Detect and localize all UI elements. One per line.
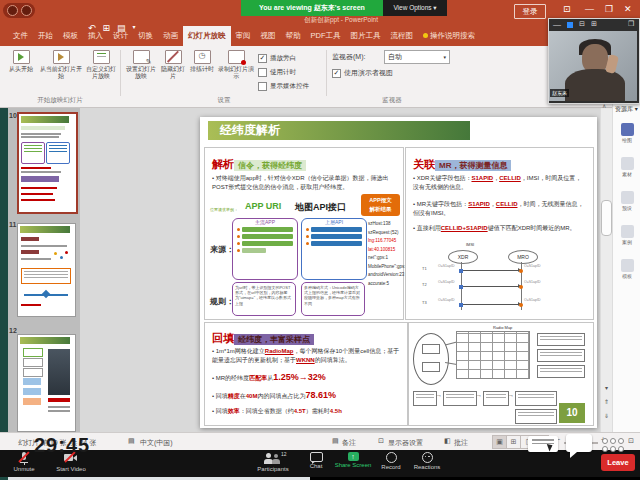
monitor-row: 监视器(M): <box>332 52 365 62</box>
ribbon-display-options-icon[interactable]: ⊡ <box>563 4 571 14</box>
presenter-view-checkbox[interactable]: ✓ 使用演示者视图 <box>332 68 393 78</box>
share-screen-button[interactable]: ↑ Share Screen <box>332 452 374 468</box>
login-button[interactable]: 登录 <box>514 4 546 19</box>
normal-view-button[interactable]: ▣ <box>492 435 507 449</box>
next-slide-icon[interactable]: ⇓ <box>602 412 611 419</box>
tab-design[interactable]: 设计 <box>108 26 133 46</box>
backfill-section[interactable]: 回填经纬度，丰富采样点 1m*1m网格化建立RadioMap，每个网格保存10个… <box>204 322 408 426</box>
scroll-down-icon[interactable]: ▾ <box>602 384 611 391</box>
dot-icon <box>237 228 240 231</box>
reactions-button[interactable]: Reactions <box>408 452 446 470</box>
tab-animations[interactable]: 动画 <box>158 26 183 46</box>
tab-slideshow[interactable]: 幻灯片放映 <box>183 26 231 46</box>
speaker-view-icon[interactable] <box>567 22 573 28</box>
chat-button[interactable]: Chat <box>302 452 330 469</box>
hide-slide-button[interactable]: 隐藏幻灯片 <box>160 50 186 80</box>
relate-section[interactable]: 关联MR，获得测量信息 XDR关键字段包括：S1APID，CELLID，IMSI… <box>405 147 594 320</box>
monitor-dropdown[interactable]: 自动 ▾ <box>384 50 450 64</box>
tab-file[interactable]: 文件 <box>8 26 33 46</box>
overlay-grid-icon[interactable] <box>602 438 626 452</box>
panel-item-case[interactable]: 案例 <box>613 225 640 245</box>
tab-home[interactable]: 开始 <box>33 26 58 46</box>
parse-section[interactable]: 解析信令，获得经纬度 对终端使用app时，针对信令XDR（信令记录单据）数据，筛… <box>204 147 404 320</box>
dot-icon <box>306 235 309 238</box>
event-dot <box>519 285 523 289</box>
tick-t1: T1 <box>422 266 427 271</box>
scrollbar-thumb[interactable] <box>601 200 612 236</box>
tab-pdf-tools[interactable]: PDF工具 <box>306 26 346 46</box>
use-timings-checkbox[interactable]: 使用计时 <box>258 68 296 77</box>
thumbnail-slide-12[interactable] <box>17 334 76 432</box>
overlay-pointer-icon[interactable] <box>528 436 558 452</box>
expand-video-icon[interactable]: ❒ <box>628 20 634 28</box>
thumbnail-slide-10[interactable] <box>17 112 78 214</box>
minimize-video-icon[interactable]: — <box>553 20 561 29</box>
tab-tell-me[interactable]: 操作说明搜索 <box>418 26 480 46</box>
notes-button[interactable]: 备注 <box>342 438 356 448</box>
source-label: 来源： <box>210 244 234 255</box>
tab-picture-tools[interactable]: 图片工具 <box>346 26 386 46</box>
from-current-slide-button[interactable]: 从当前幻灯片开始 <box>40 50 82 80</box>
rehearse-timings-button[interactable]: ◷ 排练计时 <box>188 50 216 73</box>
play-from-start-icon <box>13 50 30 64</box>
record-button[interactable]: Record <box>376 452 406 470</box>
record-slideshow-button[interactable]: 录制幻灯片演示 <box>218 50 254 80</box>
flow-box <box>483 391 509 406</box>
setup-slideshow-button[interactable]: ✎ 设置幻灯片放映 <box>124 50 158 80</box>
tab-insert[interactable]: 插入 <box>83 26 108 46</box>
page-number-badge: 10 <box>559 403 585 423</box>
tab-template[interactable]: 模板 <box>58 26 83 46</box>
view-options-button[interactable]: View Options ▾ <box>383 0 447 16</box>
tab-help[interactable]: 帮助 <box>281 26 306 46</box>
show-media-checkbox[interactable]: 显示媒体控件 <box>258 82 309 91</box>
overlay-chat-bubble-icon[interactable] <box>566 434 592 452</box>
minimize-icon[interactable]: — <box>585 4 594 14</box>
panel-item-draw[interactable]: 绘图 <box>613 123 640 143</box>
legend-box <box>537 365 585 378</box>
tab-transitions[interactable]: 切换 <box>133 26 158 46</box>
gallery-view-icon[interactable]: ⊟ <box>579 20 585 28</box>
previous-slide-icon[interactable]: ⇑ <box>602 398 611 405</box>
close-icon[interactable]: ✕ <box>624 4 632 14</box>
fit-to-window-icon[interactable]: ⊡ <box>628 437 634 445</box>
flow-arrow: → <box>436 392 442 398</box>
thumbnail-slide-11[interactable] <box>17 223 76 317</box>
tab-flowchart[interactable]: 流程图 <box>386 26 419 46</box>
participants-button[interactable]: 12 Participants <box>246 452 300 472</box>
record-icon <box>386 452 397 463</box>
arrow-label: O=S1apID <box>438 280 454 284</box>
restore-icon[interactable]: ❐ <box>605 4 613 14</box>
panel-item-label: 绘图 <box>622 137 632 143</box>
panel-item-preset[interactable]: 预设 <box>613 191 640 211</box>
from-beginning-button[interactable]: 从头开始 <box>4 50 38 73</box>
panel-item-material[interactable]: 素材 <box>613 157 640 177</box>
panel-item-template[interactable]: 模板 <box>613 259 640 279</box>
dot-icon <box>306 242 309 245</box>
leave-button[interactable]: Leave <box>601 454 635 471</box>
thumb-dot <box>54 252 57 255</box>
slide-canvas[interactable]: 经纬度解析 解析信令，获得经纬度 对终端使用app时，针对信令XDR（信令记录单… <box>200 117 597 428</box>
backfill-diagram[interactable]: Radio Map → → → 10 <box>408 322 594 426</box>
reactions-label: Reactions <box>414 464 441 470</box>
resource-panel-header[interactable]: 资源库 ▾ <box>613 102 640 117</box>
comments-button[interactable]: 批注 <box>454 438 468 448</box>
grid-view-icon[interactable]: ⊞ <box>591 20 597 28</box>
stat-matchrate: 1.25%→32% <box>273 372 326 382</box>
play-narration-checkbox[interactable]: ✓ 播放旁白 <box>258 54 296 63</box>
custom-show-button[interactable]: 自定义幻灯片放映 <box>84 50 118 80</box>
display-settings-button[interactable]: 显示器设置 <box>388 438 423 448</box>
spell-check-icon[interactable]: ▤ <box>128 437 135 445</box>
slide-sorter-view-button[interactable]: ⊞ <box>506 435 521 449</box>
tab-view[interactable]: 视图 <box>256 26 281 46</box>
sequence-diagram: IMSI XDR MRO T1 T2 T3 O=S1apID O=S1apID … <box>420 244 590 314</box>
stat-4-5h: 4.5h <box>330 408 342 414</box>
dot-icon <box>306 228 309 231</box>
slide-title-banner[interactable]: 经纬度解析 <box>208 121 470 140</box>
monitor-group-label: 监视器 <box>332 96 452 105</box>
notes-icon: ▤ <box>332 437 339 445</box>
play-from-current-icon <box>53 50 70 64</box>
arrow-label: O=S1apID <box>524 280 540 284</box>
language-indicator[interactable]: 中文(中国) <box>140 438 173 448</box>
tab-review[interactable]: 审阅 <box>231 26 256 46</box>
keyword-s1apid: S1APID <box>468 201 490 207</box>
